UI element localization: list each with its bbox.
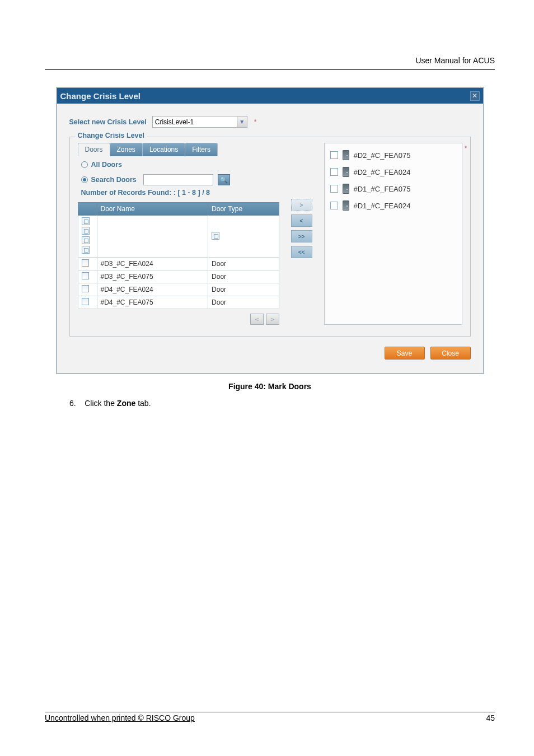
- doors-table: Door Name Door Type: [78, 202, 279, 309]
- change-crisis-level-fieldset: Change Crisis Level Doors Zones Location…: [69, 137, 471, 337]
- door-icon: [343, 150, 349, 160]
- search-doors-radio[interactable]: [81, 176, 88, 183]
- tab-filters[interactable]: Filters: [185, 143, 218, 156]
- list-item[interactable]: #D2_#C_FEA024: [329, 164, 457, 180]
- row-checkbox[interactable]: [82, 285, 89, 292]
- step-bold: Zone: [117, 399, 135, 408]
- required-asterisk: *: [254, 118, 257, 126]
- row-type: Door: [208, 283, 279, 296]
- move-all-left-button[interactable]: <<: [291, 246, 312, 258]
- row-type: Door: [208, 296, 279, 309]
- page-header: User Manual for ACUS: [415, 56, 495, 65]
- crisis-level-select[interactable]: CrisisLevel-1 ▼: [152, 116, 247, 128]
- page-footer: Uncontrolled when printed © RISCO Group …: [45, 712, 495, 722]
- filter3-icon[interactable]: [82, 246, 90, 254]
- list-item-label: #D1_#C_FEA024: [354, 202, 411, 210]
- table-filter-row: [78, 216, 279, 258]
- tab-bar: Doors Zones Locations Filters: [78, 143, 279, 156]
- table-row[interactable]: #D4_#C_FEA075 Door: [78, 296, 279, 309]
- dialog-titlebar: Change Crisis Level ✕: [57, 88, 483, 104]
- instruction-step-6: 6. Click the Zone tab.: [69, 399, 495, 408]
- header-rule: [45, 69, 495, 70]
- list-item[interactable]: #D1_#C_FEA075: [329, 180, 457, 197]
- search-input[interactable]: [143, 174, 213, 185]
- search-doors-radio-row[interactable]: Search Doors 🔍: [81, 174, 279, 185]
- table-row[interactable]: #D4_#C_FEA024 Door: [78, 283, 279, 296]
- list-checkbox[interactable]: [330, 185, 338, 193]
- chevron-down-icon[interactable]: ▼: [237, 116, 247, 127]
- col-door-name[interactable]: Door Name: [97, 203, 208, 216]
- tab-zones[interactable]: Zones: [110, 143, 143, 156]
- list-checkbox[interactable]: [330, 202, 338, 209]
- col-check[interactable]: [78, 203, 97, 216]
- doors-panel: Doors Zones Locations Filters All Doors …: [78, 143, 279, 325]
- search-doors-label: Search Doors: [91, 176, 137, 184]
- row-checkbox[interactable]: [82, 272, 89, 279]
- transfer-buttons: > < >> <<: [289, 143, 314, 325]
- change-crisis-level-dialog: Change Crisis Level ✕ Select new Crisis …: [56, 87, 484, 374]
- row-checkbox[interactable]: [82, 259, 89, 267]
- all-doors-label: All Doors: [91, 161, 123, 169]
- close-button[interactable]: Close: [430, 347, 471, 360]
- door-icon: [343, 184, 349, 194]
- select-crisis-level-label: Select new Crisis Level: [69, 118, 147, 126]
- move-all-right-button[interactable]: >>: [291, 230, 312, 242]
- row-type: Door: [208, 258, 279, 270]
- step-prefix: Click the: [85, 399, 117, 408]
- filter-type-cell[interactable]: [208, 216, 279, 258]
- search-button[interactable]: 🔍: [218, 174, 230, 185]
- list-item-label: #D2_#C_FEA075: [354, 151, 411, 160]
- list-item-label: #D2_#C_FEA024: [354, 168, 411, 176]
- row-name: #D3_#C_FEA024: [97, 258, 208, 270]
- row-name: #D4_#C_FEA024: [97, 283, 208, 296]
- table-row[interactable]: #D3_#C_FEA075 Door: [78, 270, 279, 283]
- table-row[interactable]: #D3_#C_FEA024 Door: [78, 258, 279, 270]
- filter-type-icon[interactable]: [212, 232, 219, 240]
- save-button[interactable]: Save: [385, 347, 425, 360]
- fieldset-legend: Change Crisis Level: [76, 132, 147, 139]
- funnel-icon[interactable]: [82, 217, 90, 225]
- list-checkbox[interactable]: [330, 151, 338, 159]
- list-item[interactable]: #D1_#C_FEA024: [329, 197, 457, 214]
- row-name: #D3_#C_FEA075: [97, 270, 208, 283]
- close-icon[interactable]: ✕: [470, 91, 480, 101]
- select-crisis-level-row: Select new Crisis Level CrisisLevel-1 ▼ …: [69, 116, 471, 128]
- row-type: Door: [208, 270, 279, 283]
- list-checkbox[interactable]: [330, 168, 338, 176]
- magnifier-icon: 🔍: [220, 176, 228, 184]
- figure-caption: Figure 40: Mark Doors: [45, 382, 495, 391]
- all-doors-radio[interactable]: [81, 161, 88, 168]
- filter-name-cell[interactable]: [97, 216, 208, 258]
- footer-left: Uncontrolled when printed © RISCO Group: [45, 713, 195, 722]
- pager: ＜ ＞: [78, 314, 279, 325]
- records-found-label: Number of Records Found: : [ 1 - 8 ] / 8: [81, 189, 279, 197]
- prev-page-button[interactable]: ＜: [250, 314, 264, 325]
- move-left-button[interactable]: <: [291, 214, 312, 227]
- filter-icon[interactable]: [82, 227, 90, 235]
- dialog-title: Change Crisis Level: [60, 91, 140, 101]
- dialog-button-row: Save Close: [69, 347, 471, 360]
- step-number: 6.: [69, 399, 76, 408]
- door-icon: [343, 200, 349, 211]
- door-icon: [343, 167, 349, 177]
- col-door-type[interactable]: Door Type: [208, 203, 279, 216]
- tab-locations[interactable]: Locations: [142, 143, 185, 156]
- dialog-body: Select new Crisis Level CrisisLevel-1 ▼ …: [57, 104, 483, 373]
- selected-doors-list: #D2_#C_FEA075 #D2_#C_FEA024 #D1_#C_FEA07…: [324, 143, 462, 325]
- footer-page-number: 45: [486, 713, 495, 722]
- crisis-level-value: CrisisLevel-1: [155, 118, 194, 126]
- filter2-icon[interactable]: [82, 236, 90, 244]
- move-right-button[interactable]: >: [291, 199, 312, 211]
- list-item-label: #D1_#C_FEA075: [354, 185, 411, 193]
- next-page-button[interactable]: ＞: [266, 314, 279, 325]
- row-name: #D4_#C_FEA075: [97, 296, 208, 309]
- list-item[interactable]: #D2_#C_FEA075: [329, 147, 457, 164]
- all-doors-radio-row[interactable]: All Doors: [81, 161, 279, 169]
- tab-doors[interactable]: Doors: [78, 143, 110, 156]
- row-checkbox[interactable]: [82, 298, 89, 305]
- step-suffix: tab.: [135, 399, 151, 408]
- footer-rule: [45, 712, 495, 712]
- filter-check-cell[interactable]: [78, 216, 97, 258]
